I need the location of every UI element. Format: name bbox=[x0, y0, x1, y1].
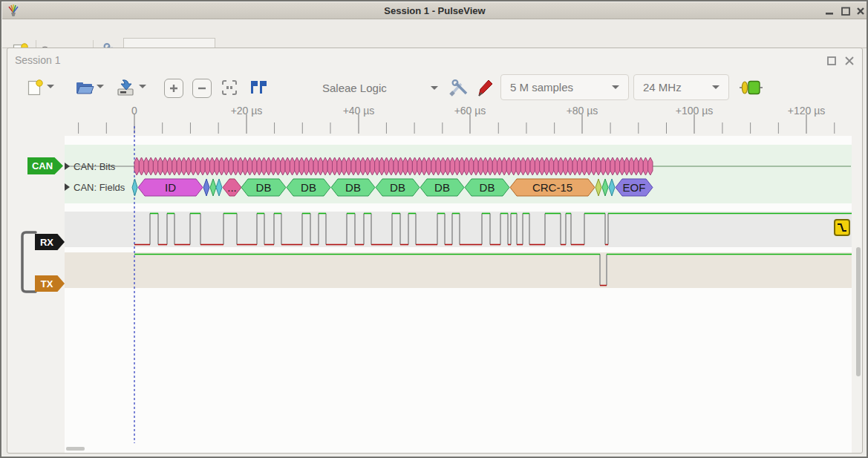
open-file-dropdown[interactable] bbox=[97, 85, 104, 88]
tx-signal-band bbox=[65, 252, 852, 288]
falling-edge-glyph bbox=[835, 220, 849, 235]
new-file-dropdown[interactable] bbox=[47, 85, 54, 88]
new-file-icon bbox=[27, 79, 43, 96]
save-file-dropdown[interactable] bbox=[139, 85, 146, 88]
ruler-label: +20 µs bbox=[231, 105, 263, 117]
zoom-in-icon bbox=[169, 83, 179, 94]
caret-down-icon bbox=[139, 85, 146, 88]
new-file-button[interactable] bbox=[25, 76, 45, 99]
minimize-button[interactable] bbox=[824, 6, 835, 16]
titlebar: Session 1 - PulseView bbox=[2, 2, 867, 19]
tx-tag-label: TX bbox=[41, 278, 53, 289]
device-select[interactable]: Saleae Logic bbox=[313, 75, 447, 100]
panel-title: Session 1 bbox=[15, 54, 60, 66]
caret-down-icon bbox=[97, 85, 104, 88]
zoom-out-button[interactable] bbox=[192, 79, 212, 98]
zoom-fit-button[interactable] bbox=[221, 79, 238, 96]
ruler-label: +80 µs bbox=[567, 105, 598, 117]
falling-edge-trigger-icon[interactable] bbox=[834, 219, 850, 236]
window-title: Session 1 - PulseView bbox=[2, 5, 867, 16]
open-folder-icon bbox=[75, 79, 94, 96]
save-file-button[interactable] bbox=[114, 76, 137, 99]
rx-tag-label: RX bbox=[40, 237, 53, 248]
caret-down-icon bbox=[47, 85, 54, 88]
rx-signal-band bbox=[65, 212, 852, 247]
device-select-value: Saleae Logic bbox=[322, 82, 387, 94]
caret-down-icon bbox=[712, 85, 719, 89]
maximize-button[interactable] bbox=[841, 6, 851, 16]
expand-arrow-icon[interactable] bbox=[65, 163, 70, 170]
pulseview-window: Session 1 - PulseView Run bbox=[0, 0, 868, 458]
ruler-label: +60 µs bbox=[454, 105, 486, 117]
caret-down-icon bbox=[431, 86, 438, 90]
channel-probe-icon[interactable] bbox=[477, 77, 495, 98]
flag-markers-icon bbox=[249, 80, 269, 95]
add-decoder-icon[interactable] bbox=[739, 79, 764, 96]
zoom-in-button[interactable] bbox=[164, 79, 183, 98]
expand-arrow-icon[interactable] bbox=[65, 183, 70, 191]
close-button[interactable] bbox=[855, 6, 866, 16]
panel-close-icon[interactable] bbox=[843, 55, 855, 67]
sample-rate-value: 24 MHz bbox=[643, 81, 682, 94]
device-settings-icon[interactable] bbox=[448, 79, 469, 96]
ruler-label: 0 bbox=[131, 105, 137, 117]
save-icon bbox=[116, 78, 135, 97]
main-toolbar: Run Session 1 bbox=[2, 19, 867, 48]
vertical-scrollbar[interactable] bbox=[856, 247, 861, 376]
ruler-label: +100 µs bbox=[676, 105, 714, 117]
zoom-out-icon bbox=[197, 83, 207, 94]
sample-count-select[interactable]: 5 M samples bbox=[500, 74, 629, 100]
decoder-rows-background bbox=[65, 145, 852, 203]
open-file-button[interactable] bbox=[74, 77, 95, 98]
horizontal-scrollbar[interactable] bbox=[66, 447, 85, 451]
flag-markers-button[interactable] bbox=[249, 79, 269, 96]
row-label-can-bits: CAN: Bits bbox=[74, 161, 115, 172]
zoom-fit-icon bbox=[221, 79, 238, 96]
row-label-can-fields: CAN: Fields bbox=[74, 182, 125, 193]
sample-rate-select[interactable]: 24 MHz bbox=[633, 74, 729, 100]
ruler-label: +40 µs bbox=[343, 105, 375, 117]
panel-restore-icon[interactable] bbox=[826, 56, 837, 66]
sample-count-value: 5 M samples bbox=[510, 81, 573, 94]
caret-down-icon bbox=[612, 85, 619, 89]
decoder-tag-label: CAN bbox=[32, 160, 53, 171]
ruler-label: +120 µs bbox=[788, 105, 826, 117]
